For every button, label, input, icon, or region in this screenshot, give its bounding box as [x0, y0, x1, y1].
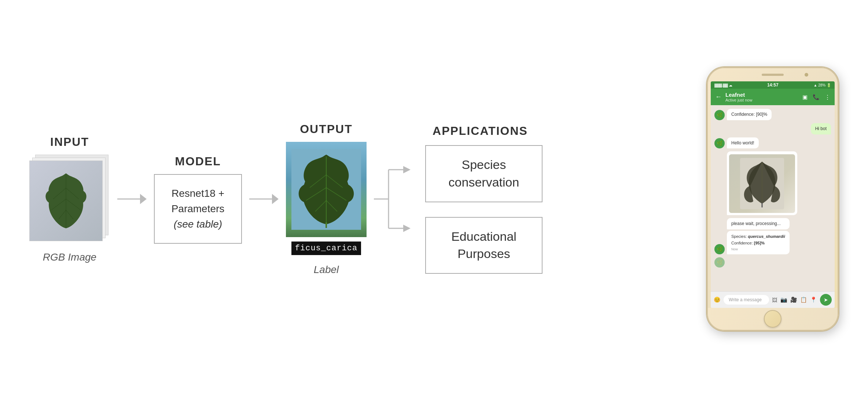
model-box: Resnet18 + Parameters (see table) [154, 174, 242, 244]
input-papers [29, 155, 110, 243]
bot-avatar-4: 🌿 [714, 244, 725, 254]
bot-avatar-3: 🌿 [714, 138, 725, 148]
back-button[interactable]: ← [715, 93, 722, 101]
chat-leaf-image [729, 154, 795, 213]
home-button[interactable] [764, 310, 781, 328]
bubble-image [727, 151, 797, 215]
applications-label: APPLICATIONS [433, 124, 528, 138]
output-label-bar: ficus_carica [291, 242, 361, 255]
input-step: INPUT [29, 135, 110, 263]
chat-header: ← Leafnet Active just now ▣ 📞 ⋮ [711, 89, 835, 105]
paper-front [29, 161, 103, 241]
send-button[interactable]: ➤ [820, 294, 832, 306]
chat-input-area: 😊 Write a message 🖼 📷 🎥 📋 📍 ➤ [711, 291, 835, 308]
output-label: OUTPUT [300, 122, 353, 136]
bot-avatar-1: 🌿 [714, 110, 725, 120]
bubble-1: Confidence: [90]% [727, 109, 772, 120]
output-leaf-image [286, 142, 367, 237]
output-step: OUTPUT [286, 122, 367, 276]
input-sublabel: RGB Image [43, 251, 96, 263]
app-text-2: Educational Purposes [439, 228, 529, 263]
status-battery: ▲ 28% 🔋 [814, 83, 831, 87]
chat-header-icons: ▣ 📞 ⋮ [802, 94, 830, 100]
phone-camera [805, 73, 808, 77]
video-icon[interactable]: 🎥 [790, 296, 797, 303]
model-label: MODEL [175, 155, 221, 168]
msg-row-1: 🌿 Confidence: [90]% [714, 109, 831, 120]
fork-svg [374, 140, 411, 258]
app-text-1: Species conservation [439, 156, 529, 191]
chat-title-area: Leafnet Active just now [725, 92, 799, 102]
msg-row-4: 🌿 please wait, processing... Species: qu… [714, 218, 831, 254]
chat-title: Leafnet [725, 92, 799, 98]
input-leaf-placeholder [30, 161, 102, 241]
arrow2-container [242, 192, 286, 206]
bubble-4b: Species: quercus_shumardii Confidence: [… [727, 231, 790, 254]
input-label: INPUT [50, 135, 89, 149]
phone-screen: ▓▓▓.▓▓ ☁ 14:57 ▲ 28% 🔋 ← Leafnet Active … [711, 81, 835, 308]
chat-subtitle: Active just now [725, 98, 799, 102]
image-icon[interactable]: 🖼 [772, 297, 777, 303]
applications-section: APPLICATIONS Species conservation Educat… [418, 124, 542, 273]
species-name: quercus_shumardii [748, 234, 785, 239]
msg-row-typing: 🌿 [714, 257, 831, 268]
phone-speaker [762, 74, 784, 76]
app-box-1: Species conservation [425, 145, 542, 202]
send-icon: ➤ [824, 297, 828, 303]
bot-avatar-typing: 🌿 [714, 257, 725, 268]
bubble-2: Hi bot [811, 123, 831, 134]
emoji-icon[interactable]: 😊 [714, 296, 721, 303]
arrow1 [117, 192, 147, 206]
arrow1-container [110, 192, 154, 206]
camera-icon[interactable]: 📷 [780, 296, 787, 303]
status-signal: ▓▓▓.▓▓ ☁ [714, 83, 732, 87]
output-leaf-svg [291, 149, 361, 230]
status-time: 14:57 [767, 82, 779, 88]
svg-marker-22 [403, 225, 411, 232]
bubble-4a: please wait, processing... [727, 218, 790, 229]
chat-input-placeholder: Write a message [729, 297, 762, 302]
msg-row-3: 🌿 Hello world! [714, 137, 831, 149]
main-container: INPUT [0, 0, 868, 398]
input-leaf-svg [40, 170, 92, 232]
msg-row-2: Hi bot [714, 123, 831, 134]
msg-timestamp: Now [731, 247, 785, 252]
phone-call-icon[interactable]: 📞 [813, 94, 820, 100]
clipboard-icon[interactable]: 📋 [800, 296, 807, 303]
more-options-icon[interactable]: ⋮ [825, 94, 830, 100]
app-box-2: Educational Purposes [425, 217, 542, 274]
diagram-section: INPUT [29, 122, 677, 276]
phone-section: ▓▓▓.▓▓ ☁ 14:57 ▲ 28% 🔋 ← Leafnet Active … [707, 67, 839, 331]
chat-leaf-svg [740, 158, 784, 209]
bubble-3-text: Hello world! [731, 140, 754, 145]
phone-top-bar [708, 68, 838, 81]
confidence-value: [95]% [754, 241, 765, 245]
status-bar: ▓▓▓.▓▓ ☁ 14:57 ▲ 28% 🔋 [711, 81, 835, 89]
fork-arrows [367, 140, 418, 258]
model-step: MODEL Resnet18 + Parameters (see table) [154, 155, 242, 244]
output-leaf-container: ficus_carica [286, 142, 367, 255]
bubble-4a-text: please wait, processing... [731, 221, 781, 226]
msg-row-image [714, 151, 831, 215]
species-result: Species: quercus_shumardii Confidence: [… [731, 233, 785, 246]
bubble-1-text: Confidence: [90]% [731, 112, 767, 117]
bubble-2-text: Hi bot [815, 126, 827, 131]
svg-marker-19 [403, 166, 411, 173]
chat-messages: 🌿 Confidence: [90]% Hi bot 🌿 [711, 105, 835, 291]
applications-boxes: Species conservation Educational Purpose… [425, 145, 542, 273]
output-sublabel: Label [314, 264, 339, 276]
chat-input[interactable]: Write a message [724, 295, 769, 305]
phone-mockup: ▓▓▓.▓▓ ☁ 14:57 ▲ 28% 🔋 ← Leafnet Active … [707, 67, 839, 331]
video-call-icon[interactable]: ▣ [802, 94, 808, 100]
model-box-text: Resnet18 + Parameters (see table) [172, 186, 225, 232]
location-icon[interactable]: 📍 [810, 296, 817, 303]
phone-bottom [708, 308, 838, 330]
bubble-3: Hello world! [727, 137, 759, 149]
msg-group-4: please wait, processing... Species: quer… [727, 218, 790, 254]
arrow2 [249, 192, 279, 206]
